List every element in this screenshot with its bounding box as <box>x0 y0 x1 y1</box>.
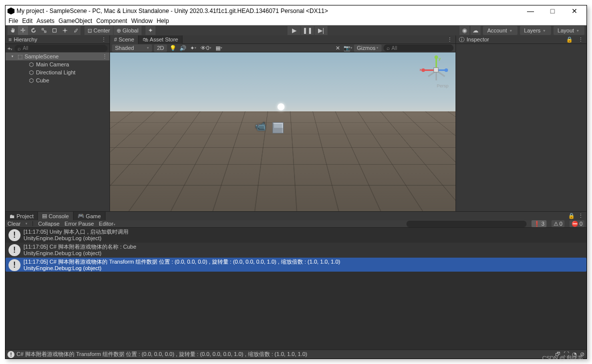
panel-menu-icon[interactable]: ⋮ <box>578 213 584 219</box>
shading-dropdown[interactable]: Shaded▾ <box>112 44 152 52</box>
minimize-button[interactable]: — <box>520 7 540 15</box>
unity-scene-icon: ⬚ <box>17 54 22 59</box>
tree-item-cube[interactable]: ⬡Cube <box>6 76 110 84</box>
log-row-selected[interactable]: ! [11:17:05] C# 脚本附着游戏物体的 Transform 组件数据… <box>6 258 586 272</box>
console-icon: ▤ <box>42 213 47 219</box>
log-row[interactable]: ! [11:17:05] Unity 脚本入口 , 启动加载时调用UnityEn… <box>6 228 586 243</box>
tree-item-camera[interactable]: ⬡Main Camera <box>6 60 110 68</box>
menu-assets[interactable]: Assets <box>36 17 54 24</box>
clear-button[interactable]: Clear <box>8 221 20 227</box>
menu-file[interactable]: File <box>8 17 18 24</box>
scene-toolbar: Shaded▾ 2D 💡 🔊 ✦▾ 👁0▾ ▦▾ ✕ 📷▾ Gizmos▾ ⌕ <box>110 44 456 52</box>
search-icon: ⌕ <box>386 45 390 51</box>
panel-menu-icon[interactable]: ⋮ <box>447 36 452 43</box>
tree-item-light[interactable]: ⬡Directional Light <box>6 68 110 76</box>
projection-label[interactable]: Persp <box>436 83 448 88</box>
hierarchy-panel: ≡ Hierarchy ⋮ +▾ ⌕ ▾ ⬚ SampleScene ⋮ ⬡Ma… <box>6 35 110 211</box>
window-title: My project - SampleScene - PC, Mac & Lin… <box>16 7 518 14</box>
cloud-button[interactable]: ☁ <box>470 26 480 35</box>
console-log-list[interactable]: ! [11:17:05] Unity 脚本入口 , 启动加载时调用UnityEn… <box>6 228 586 350</box>
scale-tool[interactable] <box>39 26 49 35</box>
panel-menu-icon[interactable]: ⋮ <box>101 36 106 43</box>
main-toolbar: ⊡Center ⊕Global ✦ ▶ ❚❚ ▶| ◉ ☁ Account▼ L… <box>6 25 586 35</box>
collapse-toggle[interactable]: Collapse <box>38 221 60 227</box>
close-button[interactable]: ✕ <box>564 7 584 15</box>
snap-toggle[interactable]: ✦ <box>146 26 156 35</box>
step-button[interactable]: ▶| <box>314 26 328 35</box>
log-row[interactable]: ! [11:17:05] C# 脚本附着游戏物体的名称 : CubeUnityE… <box>6 243 586 258</box>
collab-button[interactable]: ◉ <box>460 26 470 35</box>
visibility-toggle-icon[interactable]: 👁0▾ <box>199 44 213 52</box>
panel-menu-icon[interactable]: ⋮ <box>578 36 584 43</box>
error-pause-toggle[interactable]: Error Pause <box>64 221 94 227</box>
window-titlebar: My project - SampleScene - PC, Mac & Lin… <box>6 5 586 16</box>
create-dropdown[interactable]: +▾ <box>8 45 12 51</box>
gizmos-dropdown[interactable]: Gizmos▾ <box>354 44 382 52</box>
asset-store-icon: 🛍 <box>142 36 148 42</box>
scene-menu-icon[interactable]: ⋮ <box>102 53 108 60</box>
svg-line-2 <box>44 30 44 31</box>
scene-tabs: #Scene 🛍Asset Store ⋮ <box>110 35 456 44</box>
handle-toggle[interactable]: ⊕Global <box>114 26 142 35</box>
fx-toggle-icon[interactable]: ✦▾ <box>189 44 197 52</box>
unity-logo-icon <box>8 7 14 14</box>
status-bar: ! C# 脚本附着游戏物体的 Transform 组件数据 位置 : (0.0,… <box>6 350 586 359</box>
tools-icon[interactable]: ✕ <box>334 44 342 52</box>
rect-tool[interactable] <box>50 26 60 35</box>
error-count[interactable]: ⛔0 <box>570 220 584 227</box>
svg-rect-0 <box>42 28 44 30</box>
scene-viewport[interactable]: 📹 xy Persp <box>110 52 456 211</box>
info-count[interactable]: ❗3 <box>532 220 546 227</box>
camera-settings-icon[interactable]: 📷▾ <box>344 44 352 52</box>
menu-edit[interactable]: Edit <box>22 17 32 24</box>
console-toolbar: Clear▾ Collapse Error Pause Editor▾ ❗3 ⚠… <box>6 220 586 228</box>
hierarchy-search-input[interactable] <box>22 45 104 51</box>
lock-icon[interactable]: 🔒 <box>568 213 575 219</box>
custom-tool[interactable] <box>70 26 80 35</box>
orientation-gizmo[interactable]: xy <box>424 57 448 82</box>
menu-gameobject[interactable]: GameObject <box>58 17 92 24</box>
layout-dropdown[interactable]: Layout▼ <box>554 26 584 35</box>
pivot-toggle[interactable]: ⊡Center <box>84 26 113 35</box>
cube-object[interactable] <box>272 122 284 133</box>
tab-scene[interactable]: #Scene <box>110 35 138 44</box>
log-info-icon: ! <box>8 229 20 241</box>
console-search[interactable] <box>406 221 526 227</box>
bottom-panel: 🖿Project ▤Console 🎮Game 🔒 ⋮ Clear▾ Colla… <box>6 211 586 350</box>
lighting-toggle-icon[interactable]: 💡 <box>169 44 177 52</box>
maximize-button[interactable]: □ <box>542 7 562 15</box>
hierarchy-title: Hierarchy <box>14 36 37 42</box>
move-tool[interactable] <box>18 26 28 35</box>
menu-window[interactable]: Window <box>131 17 152 24</box>
pause-button[interactable]: ❚❚ <box>301 26 314 35</box>
layers-dropdown[interactable]: Layers▼ <box>520 26 551 35</box>
scene-tab-icon: # <box>114 36 117 42</box>
editor-dropdown[interactable]: Editor▾ <box>99 221 116 227</box>
transform-tool[interactable] <box>60 26 70 35</box>
audio-toggle-icon[interactable]: 🔊 <box>179 44 187 52</box>
menu-component[interactable]: Component <box>96 17 127 24</box>
rotate-tool[interactable] <box>28 26 38 35</box>
hierarchy-search[interactable]: ⌕ <box>14 45 108 52</box>
scene-search[interactable]: ⌕ <box>384 44 454 51</box>
grid-toggle-icon[interactable]: ▦▾ <box>215 44 223 52</box>
2d-toggle[interactable]: 2D <box>154 44 167 52</box>
search-icon: ⌕ <box>18 45 21 51</box>
warn-icon: ⚠ <box>554 221 558 227</box>
warn-count[interactable]: ⚠0 <box>552 220 564 227</box>
log-info-icon: ! <box>8 259 20 271</box>
hierarchy-tree[interactable]: ▾ ⬚ SampleScene ⋮ ⬡Main Camera ⬡Directio… <box>6 52 110 211</box>
menu-help[interactable]: Help <box>156 17 169 24</box>
scene-row[interactable]: ▾ ⬚ SampleScene ⋮ <box>6 52 110 60</box>
tab-project[interactable]: 🖿Project <box>6 212 38 220</box>
hand-tool[interactable] <box>8 26 18 35</box>
tab-game[interactable]: 🎮Game <box>74 212 106 220</box>
tab-asset-store[interactable]: 🛍Asset Store <box>138 35 182 44</box>
lock-icon[interactable]: 🔒 <box>566 36 573 43</box>
camera-gizmo[interactable]: 📹 <box>255 121 266 132</box>
account-dropdown[interactable]: Account▼ <box>483 26 518 35</box>
tab-console[interactable]: ▤Console <box>38 212 73 220</box>
play-button[interactable]: ▶ <box>288 26 300 35</box>
directional-light-gizmo[interactable] <box>278 103 284 110</box>
status-message: C# 脚本附着游戏物体的 Transform 组件数据 位置 : (0.0, 0… <box>16 351 308 358</box>
